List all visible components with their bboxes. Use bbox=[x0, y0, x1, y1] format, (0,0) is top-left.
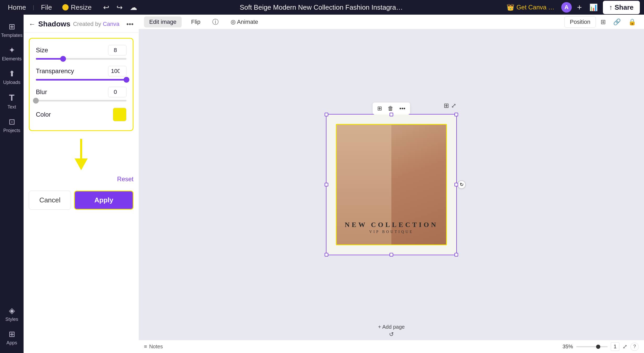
topbar-actions: ↩ ↪ ☁ bbox=[101, 2, 140, 13]
topbar-separator: | bbox=[33, 4, 34, 10]
transparency-slider-fill bbox=[36, 79, 126, 81]
sidebar-item-projects[interactable]: ⊡ Projects bbox=[1, 114, 22, 136]
elements-icon: ✦ bbox=[9, 45, 15, 55]
reset-link[interactable]: Reset bbox=[117, 175, 134, 183]
sidebar: ⊞ Templates ✦ Elements ⬆ Uploads T Text … bbox=[0, 15, 24, 353]
panel-header: ← Shadows Created by Canva ••• bbox=[24, 15, 139, 33]
cancel-button[interactable]: Cancel bbox=[29, 191, 71, 210]
handle-bottom-center[interactable] bbox=[390, 253, 393, 257]
handle-top-right[interactable] bbox=[454, 113, 458, 116]
size-slider-thumb[interactable] bbox=[60, 56, 66, 62]
document-title: Soft Beige Modern New Collection Fashion… bbox=[143, 3, 500, 12]
handle-top-center[interactable] bbox=[390, 113, 393, 116]
text-icon: T bbox=[9, 93, 15, 103]
plus-button[interactable]: + bbox=[575, 2, 584, 13]
panel-credit: Created by Canva bbox=[73, 21, 119, 27]
size-control: Size bbox=[36, 45, 126, 60]
panel-more-button[interactable]: ••• bbox=[126, 20, 134, 28]
panel-title: Shadows bbox=[38, 20, 70, 28]
topbar: Home | File Resize ↩ ↪ ☁ Soft Beige Mode… bbox=[0, 0, 644, 15]
sidebar-item-text[interactable]: T Text bbox=[1, 89, 22, 113]
svg-marker-1 bbox=[75, 158, 88, 170]
sidebar-item-elements[interactable]: ✦ Elements bbox=[1, 42, 22, 65]
share-button[interactable]: ↑ Share bbox=[603, 1, 640, 14]
file-button[interactable]: File bbox=[37, 2, 56, 13]
fashion-subtitle: VIP BOUTIQUE bbox=[337, 230, 446, 234]
apply-button[interactable]: Apply bbox=[74, 191, 134, 210]
info-button[interactable]: ⓘ bbox=[210, 16, 221, 28]
animate-button[interactable]: ◎ Animate bbox=[225, 16, 263, 27]
toolbar-right: Position ⊞ 🔗 🔒 bbox=[564, 16, 639, 28]
handle-middle-left[interactable] bbox=[325, 183, 328, 186]
sidebar-item-templates[interactable]: ⊞ Templates bbox=[1, 19, 22, 41]
position-button[interactable]: Position bbox=[564, 16, 596, 28]
transparency-slider-thumb[interactable] bbox=[124, 77, 129, 83]
canva-credit-link[interactable]: Canva bbox=[103, 21, 120, 27]
zoom-slider-thumb[interactable] bbox=[596, 345, 600, 349]
canvas-more-button[interactable]: ••• bbox=[397, 104, 407, 113]
canvas-copy-button[interactable]: ⊞ bbox=[375, 104, 384, 113]
expand-icon[interactable]: ⤢ bbox=[451, 102, 456, 109]
page-indicator[interactable]: 1 bbox=[611, 342, 619, 351]
link-button[interactable]: 🔗 bbox=[610, 17, 624, 27]
fashion-image[interactable]: NEW COLLECTION VIP BOUTIQUE bbox=[336, 124, 447, 245]
sidebar-item-apps[interactable]: ⊞ Apps bbox=[1, 326, 22, 349]
size-slider-track[interactable] bbox=[36, 58, 126, 60]
shadow-settings-box: Size Transparency Blur bbox=[29, 38, 134, 131]
share-icon: ↑ bbox=[609, 3, 613, 12]
toolbar-strip: Edit image Flip ⓘ ◎ Animate Position ⊞ 🔗… bbox=[139, 15, 644, 29]
canvas-resize-icons: ⊞ ⤢ bbox=[444, 102, 456, 109]
blur-slider-thumb[interactable] bbox=[33, 98, 39, 104]
styles-icon: ◈ bbox=[9, 306, 15, 315]
fullscreen-button[interactable]: ⤢ bbox=[623, 343, 627, 350]
status-right: 35% 1 ⤢ ? bbox=[563, 342, 639, 351]
avatar-button[interactable]: A bbox=[561, 2, 572, 13]
canvas-delete-button[interactable]: 🗑 bbox=[386, 104, 396, 113]
transparency-input[interactable] bbox=[108, 66, 126, 76]
handle-bottom-right[interactable] bbox=[454, 253, 458, 257]
undo-button[interactable]: ↩ bbox=[101, 2, 112, 13]
redo-button[interactable]: ↪ bbox=[114, 2, 125, 13]
add-frame-icon[interactable]: ⊞ bbox=[444, 102, 449, 109]
blur-slider-track[interactable] bbox=[36, 100, 126, 101]
refresh-button[interactable]: ↺ bbox=[389, 331, 394, 338]
arrow-container bbox=[24, 136, 139, 175]
canvas-area: ⊞ 🗑 ••• ⊞ ⤢ ↻ NEW COLLECTION bbox=[139, 29, 644, 340]
transparency-label: Transparency bbox=[36, 67, 74, 75]
color-swatch[interactable] bbox=[113, 108, 126, 121]
edit-image-button[interactable]: Edit image bbox=[144, 16, 182, 27]
size-input[interactable] bbox=[108, 45, 126, 55]
handle-top-left[interactable] bbox=[325, 113, 328, 116]
sidebar-item-uploads[interactable]: ⬆ Uploads bbox=[1, 66, 22, 88]
chart-button[interactable]: 📊 bbox=[587, 2, 600, 13]
animate-icon: ◎ bbox=[231, 19, 236, 25]
flip-button[interactable]: Flip bbox=[186, 16, 206, 27]
color-label-row: Color bbox=[36, 108, 126, 121]
handle-middle-right[interactable] bbox=[454, 183, 458, 186]
resize-button[interactable]: Resize bbox=[59, 2, 95, 13]
cloud-save-button[interactable]: ☁ bbox=[127, 2, 140, 13]
handle-bottom-left[interactable] bbox=[325, 253, 328, 257]
panel-back-button[interactable]: ← bbox=[29, 20, 36, 28]
transparency-control: Transparency bbox=[36, 66, 126, 81]
get-canva-button[interactable]: 👑 Get Canva … bbox=[503, 2, 558, 13]
home-button[interactable]: Home bbox=[4, 2, 30, 13]
add-page-button[interactable]: + Add page bbox=[378, 324, 405, 330]
size-slider-fill bbox=[36, 58, 63, 60]
blur-input[interactable] bbox=[108, 87, 126, 97]
zoom-slider[interactable] bbox=[576, 346, 608, 347]
canvas-card[interactable]: ⊞ 🗑 ••• ⊞ ⤢ ↻ NEW COLLECTION bbox=[326, 114, 457, 255]
rotate-handle[interactable]: ↻ bbox=[457, 180, 466, 189]
sidebar-item-styles[interactable]: ◈ Styles bbox=[1, 303, 22, 325]
zoom-level: 35% bbox=[563, 344, 573, 350]
lock-button[interactable]: 🔒 bbox=[626, 17, 639, 27]
crown-icon: 👑 bbox=[507, 4, 514, 11]
reset-row: Reset bbox=[24, 175, 139, 185]
fashion-text: NEW COLLECTION VIP BOUTIQUE bbox=[337, 221, 446, 234]
help-button[interactable]: ? bbox=[630, 343, 639, 351]
notes-icon: ≡ bbox=[144, 344, 147, 350]
transparency-slider-track[interactable] bbox=[36, 79, 126, 81]
blur-control: Blur bbox=[36, 87, 126, 101]
notes-button[interactable]: ≡ Notes bbox=[144, 344, 163, 350]
grid-button[interactable]: ⊞ bbox=[598, 17, 608, 27]
